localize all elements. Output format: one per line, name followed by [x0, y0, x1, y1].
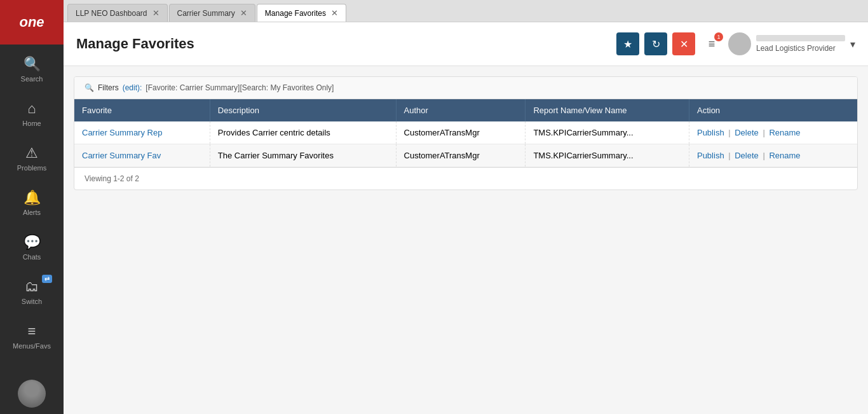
- table-header-row: Favorite Description Author Report Name/…: [74, 99, 857, 121]
- tab-llp-label: LLP NEO Dashboard: [76, 9, 147, 18]
- sidebar-label-switch: Switch: [22, 298, 42, 305]
- close-button[interactable]: ✕: [672, 32, 695, 55]
- row2-sep1: |: [728, 151, 733, 160]
- switch-badge-icon: ⇄: [42, 275, 52, 283]
- row1-favorite-link[interactable]: Carrier Summary Rep: [82, 128, 162, 137]
- row2-action: Publish | Delete | Rename: [689, 144, 857, 167]
- sidebar-item-home[interactable]: ⌂ Home: [0, 92, 64, 136]
- close-icon: ✕: [680, 38, 688, 50]
- tab-carrier-label: Carrier Summary: [177, 9, 235, 18]
- sidebar-item-alerts[interactable]: 🔔 Alerts: [0, 181, 64, 225]
- menu-button[interactable]: ≡ 1: [700, 32, 723, 55]
- tab-carrier-summary[interactable]: Carrier Summary ✕: [169, 4, 255, 22]
- tab-favorites-label: Manage Favorites: [265, 9, 326, 18]
- page-header: Manage Favorites ★ ↻ ✕ ≡ 1 Lead Logistic…: [64, 22, 868, 66]
- sidebar-item-search[interactable]: 🔍 Search: [0, 47, 64, 92]
- warning-icon: ⚠: [25, 145, 38, 162]
- sidebar-label-search: Search: [21, 75, 43, 83]
- row1-delete-link[interactable]: Delete: [735, 128, 759, 137]
- filter-edit-link[interactable]: (edit):: [123, 83, 142, 92]
- sidebar-label-chats: Chats: [23, 253, 41, 261]
- row1-rename-link[interactable]: Rename: [769, 128, 800, 137]
- row1-sep2: |: [763, 128, 767, 137]
- row2-publish-link[interactable]: Publish: [697, 151, 724, 160]
- sidebar-item-switch[interactable]: 🗂 ⇄ Switch: [0, 270, 64, 314]
- page-title: Manage Favorites: [76, 36, 194, 52]
- hamburger-icon: ≡: [709, 38, 715, 51]
- sidebar-label-problems: Problems: [17, 164, 46, 172]
- row2-sep2: |: [763, 151, 767, 160]
- user-section: Lead Logistics Provider ▾: [728, 32, 855, 55]
- user-avatar-header: [728, 32, 751, 55]
- row2-favorite-link[interactable]: Carrier Summary Fav: [82, 151, 161, 160]
- favorites-table: Favorite Description Author Report Name/…: [74, 99, 857, 167]
- notification-badge: 1: [714, 32, 723, 41]
- col-header-description: Description: [210, 99, 396, 121]
- avatar-image: [18, 380, 46, 408]
- user-dropdown-button[interactable]: ▾: [850, 38, 855, 50]
- table-row: Carrier Summary Rep Provides Carrier cen…: [74, 121, 857, 144]
- filter-search-icon: 🔍: [85, 83, 94, 92]
- header-actions: ★ ↻ ✕ ≡ 1 Lead Logistics Provider ▾: [616, 32, 855, 55]
- row2-rename-link[interactable]: Rename: [769, 151, 800, 160]
- row1-publish-link[interactable]: Publish: [697, 128, 724, 137]
- sidebar: one 🔍 Search ⌂ Home ⚠ Problems 🔔 Alerts …: [0, 0, 64, 414]
- avatar: [18, 380, 46, 408]
- content-panel: 🔍 Filters (edit): [Favorite: Carrier Sum…: [74, 76, 858, 190]
- switch-icon: 🗂: [25, 279, 39, 295]
- viewing-text: Viewing 1-2 of 2: [85, 174, 139, 183]
- row1-action: Publish | Delete | Rename: [689, 121, 857, 144]
- sidebar-item-chats[interactable]: 💬 Chats: [0, 225, 64, 270]
- refresh-icon: ↻: [652, 38, 660, 50]
- sidebar-label-menus: Menus/Favs: [13, 342, 51, 350]
- filter-label: Filters: [98, 83, 119, 92]
- home-icon: ⌂: [27, 100, 36, 117]
- tab-bar: LLP NEO Dashboard ✕ Carrier Summary ✕ Ma…: [64, 0, 868, 22]
- row1-author: CustomerATransMgr: [396, 121, 526, 144]
- tab-llp-close[interactable]: ✕: [153, 8, 159, 18]
- app-logo[interactable]: one: [0, 0, 64, 45]
- refresh-button[interactable]: ↻: [644, 32, 667, 55]
- tab-manage-favorites[interactable]: Manage Favorites ✕: [257, 4, 346, 22]
- table-row: Carrier Summary Fav The Carrier Summary …: [74, 144, 857, 167]
- content-area: 🔍 Filters (edit): [Favorite: Carrier Sum…: [64, 66, 868, 414]
- row2-description: The Carrier Summary Favorites: [210, 144, 396, 167]
- row1-favorite: Carrier Summary Rep: [74, 121, 210, 144]
- user-company: Lead Logistics Provider: [756, 44, 845, 53]
- col-header-author: Author: [396, 99, 526, 121]
- row2-author: CustomerATransMgr: [396, 144, 526, 167]
- row1-description: Provides Carrier centric details: [210, 121, 396, 144]
- user-info: Lead Logistics Provider: [756, 35, 845, 53]
- row2-favorite: Carrier Summary Fav: [74, 144, 210, 167]
- user-name-bar: [756, 35, 845, 41]
- col-header-report: Report Name/View Name: [526, 99, 689, 121]
- filter-tags: [Favorite: Carrier Summary][Search: My F…: [146, 83, 334, 92]
- row2-delete-link[interactable]: Delete: [735, 151, 759, 160]
- tab-favorites-close[interactable]: ✕: [331, 8, 338, 18]
- col-header-favorite: Favorite: [74, 99, 210, 121]
- tab-llp-neo[interactable]: LLP NEO Dashboard ✕: [67, 4, 168, 22]
- menu-icon: ≡: [28, 323, 36, 340]
- logo-text: one: [19, 14, 44, 31]
- row2-report: TMS.KPICarrierSummary...: [526, 144, 689, 167]
- table-footer: Viewing 1-2 of 2: [74, 167, 857, 190]
- sidebar-item-menus[interactable]: ≡ Menus/Favs: [0, 314, 64, 359]
- star-icon: ★: [623, 38, 632, 50]
- sidebar-label-home: Home: [22, 120, 41, 127]
- sidebar-label-alerts: Alerts: [23, 209, 41, 216]
- main-area: LLP NEO Dashboard ✕ Carrier Summary ✕ Ma…: [64, 0, 868, 414]
- user-avatar-sidebar[interactable]: [0, 371, 64, 414]
- row1-report: TMS.KPICarrierSummary...: [526, 121, 689, 144]
- favorites-star-button[interactable]: ★: [616, 32, 639, 55]
- col-header-action: Action: [689, 99, 857, 121]
- sidebar-item-problems[interactable]: ⚠ Problems: [0, 136, 64, 181]
- row1-sep1: |: [728, 128, 733, 137]
- filter-bar: 🔍 Filters (edit): [Favorite: Carrier Sum…: [74, 77, 857, 99]
- chat-icon: 💬: [24, 234, 41, 251]
- search-icon: 🔍: [24, 56, 41, 72]
- bell-icon: 🔔: [24, 190, 41, 206]
- tab-carrier-close[interactable]: ✕: [240, 8, 247, 18]
